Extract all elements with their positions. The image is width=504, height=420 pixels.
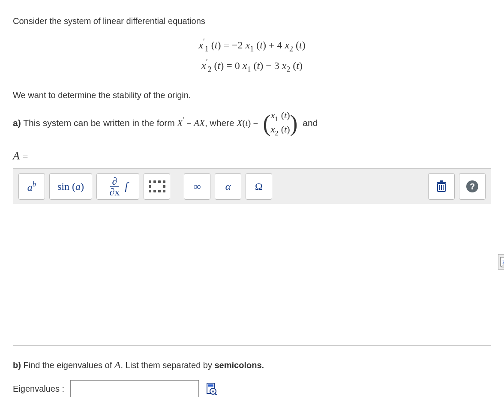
svg-rect-4 <box>437 182 446 183</box>
matrix-editor: ab sin (a) ∂ ∂x f <box>13 168 491 346</box>
part-b: b) Find the eigenvalues of A. List them … <box>13 357 491 397</box>
trash-icon <box>436 180 447 193</box>
derivative-button[interactable]: ∂ ∂x f <box>96 173 139 200</box>
side-palette-button[interactable]: P <box>498 254 504 270</box>
preview-icon <box>206 382 217 395</box>
part-a-label: a) <box>13 118 21 128</box>
trash-button[interactable] <box>428 173 455 200</box>
equation-preview-button[interactable] <box>205 381 219 396</box>
help-icon: ? <box>466 180 478 192</box>
palette-icon: P <box>500 256 504 267</box>
matrix-input-area[interactable] <box>13 204 491 345</box>
eigenvalues-input[interactable] <box>70 380 199 397</box>
infinity-button[interactable]: ∞ <box>184 173 210 200</box>
matrix-icon <box>149 180 165 192</box>
eigenvalues-label: Eigenvalues : <box>13 384 64 394</box>
alpha-button[interactable]: α <box>215 173 241 200</box>
system-equations: x′1 (t) = −2 x1 (t) + 4 x2 (t) x′2 (t) =… <box>13 35 491 76</box>
svg-text:P: P <box>502 259 504 264</box>
svg-rect-5 <box>440 180 443 182</box>
omega-button[interactable]: Ω <box>246 173 272 200</box>
math-toolbar: ab sin (a) ∂ ∂x f <box>13 169 491 204</box>
part-b-text: b) Find the eigenvalues of A. List them … <box>13 357 491 372</box>
a-equals-label: A = <box>13 150 491 162</box>
matrix-button[interactable] <box>144 173 170 200</box>
svg-rect-9 <box>208 384 213 387</box>
part-a-text: a) This system can be written in the for… <box>13 109 491 138</box>
trig-button[interactable]: sin (a) <box>49 173 92 200</box>
help-button[interactable]: ? <box>459 173 486 200</box>
equation-1: x′1 (t) = −2 x1 (t) + 4 x2 (t) <box>13 35 491 56</box>
equation-2: x′2 (t) = 0 x1 (t) − 3 x2 (t) <box>13 56 491 76</box>
exponent-button[interactable]: ab <box>18 173 45 200</box>
intro-text: Consider the system of linear differenti… <box>13 15 491 27</box>
svg-line-11 <box>215 393 217 395</box>
part-b-label: b) <box>13 360 21 370</box>
xt-vector: ( x1 (t) x2 (t) ) <box>263 109 298 138</box>
stability-text: We want to determine the stability of th… <box>13 89 491 102</box>
